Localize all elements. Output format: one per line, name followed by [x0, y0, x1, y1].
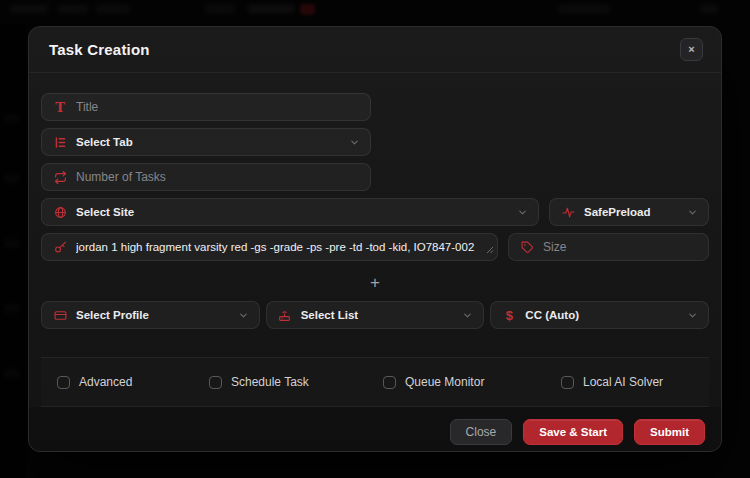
- title-input[interactable]: [76, 100, 360, 114]
- dollar-icon: $: [502, 309, 516, 322]
- checkbox-box[interactable]: [57, 376, 70, 389]
- keyword-token: -kid, IO7847-002: [385, 241, 474, 253]
- keyword-token: -gs: [251, 241, 267, 253]
- select-list-value: Select List: [301, 309, 359, 321]
- chevron-down-icon: [462, 310, 473, 321]
- key-icon: [53, 241, 67, 254]
- chevron-down-icon: [517, 207, 528, 218]
- save-and-start-button[interactable]: Save & Start: [523, 419, 623, 445]
- cc-mode-dropdown[interactable]: $ CC (Auto): [490, 301, 709, 329]
- number-of-tasks-input[interactable]: [76, 170, 360, 184]
- keyword-token: jordan: [76, 241, 108, 253]
- select-tab-value: Select Tab: [76, 136, 133, 148]
- resize-handle[interactable]: [486, 240, 494, 258]
- checkbox-local-ai-solver[interactable]: Local AI Solver: [561, 375, 693, 389]
- checkbox-label: Schedule Task: [231, 375, 309, 389]
- select-profile-value: Select Profile: [76, 309, 149, 321]
- chevron-down-icon: [349, 137, 360, 148]
- checkbox-queue-monitor[interactable]: Queue Monitor: [383, 375, 561, 389]
- modal-title: Task Creation: [49, 41, 150, 58]
- checkbox-label: Advanced: [79, 375, 132, 389]
- tag-icon: [520, 241, 534, 254]
- checkbox-box[interactable]: [383, 376, 396, 389]
- keyword-token: 1 high fragment varsity red: [108, 241, 251, 253]
- title-field[interactable]: T: [41, 93, 371, 121]
- keyword-token: -tod: [366, 241, 386, 253]
- keyword-token: -ps: [306, 241, 322, 253]
- checkbox-schedule-task[interactable]: Schedule Task: [209, 375, 383, 389]
- preload-mode-value: SafePreload: [584, 206, 650, 218]
- size-field[interactable]: [508, 233, 709, 261]
- chevron-down-icon: [687, 207, 698, 218]
- checkbox-label: Queue Monitor: [405, 375, 484, 389]
- proxy-router-icon: [278, 309, 292, 322]
- select-tab-dropdown[interactable]: Select Tab: [41, 128, 371, 156]
- size-input[interactable]: [543, 240, 698, 254]
- chevron-down-icon: [238, 310, 249, 321]
- select-list-dropdown[interactable]: Select List: [266, 301, 485, 329]
- options-section: AdvancedSchedule TaskQueue MonitorLocal …: [41, 357, 709, 407]
- chevron-down-icon: [687, 310, 698, 321]
- close-button[interactable]: Close: [450, 419, 513, 445]
- select-site-dropdown[interactable]: Select Site: [41, 198, 539, 226]
- task-creation-modal: Task Creation × T Select Tab: [28, 26, 722, 452]
- modal-footer: Close Save & Start Submit: [29, 407, 721, 452]
- keywords-value: jordan 1 high fragment varsity red -gs -…: [76, 241, 487, 253]
- select-site-value: Select Site: [76, 206, 134, 218]
- list-tree-icon: [53, 136, 67, 149]
- submit-button[interactable]: Submit: [634, 419, 705, 445]
- title-text-icon: T: [53, 101, 67, 114]
- plus-icon[interactable]: +: [360, 274, 390, 291]
- checkbox-box[interactable]: [561, 376, 574, 389]
- preload-mode-dropdown[interactable]: SafePreload: [549, 198, 709, 226]
- modal-header: Task Creation ×: [29, 27, 721, 73]
- select-profile-dropdown[interactable]: Select Profile: [41, 301, 260, 329]
- globe-icon: [53, 206, 67, 219]
- repeat-icon: [53, 171, 67, 184]
- close-icon[interactable]: ×: [680, 38, 703, 61]
- modal-body: T Select Tab: [29, 73, 721, 407]
- checkbox-advanced[interactable]: Advanced: [57, 375, 209, 389]
- number-of-tasks-field[interactable]: [41, 163, 371, 191]
- keyword-token: -pre -td: [322, 241, 365, 253]
- cc-mode-value: CC (Auto): [525, 309, 579, 321]
- keywords-textarea[interactable]: jordan 1 high fragment varsity red -gs -…: [41, 233, 498, 261]
- credit-card-icon: [53, 309, 67, 322]
- checkbox-label: Local AI Solver: [583, 375, 663, 389]
- keyword-token: -grade: [267, 241, 307, 253]
- checkbox-box[interactable]: [209, 376, 222, 389]
- activity-pulse-icon: [561, 206, 575, 219]
- add-row: +: [41, 270, 709, 294]
